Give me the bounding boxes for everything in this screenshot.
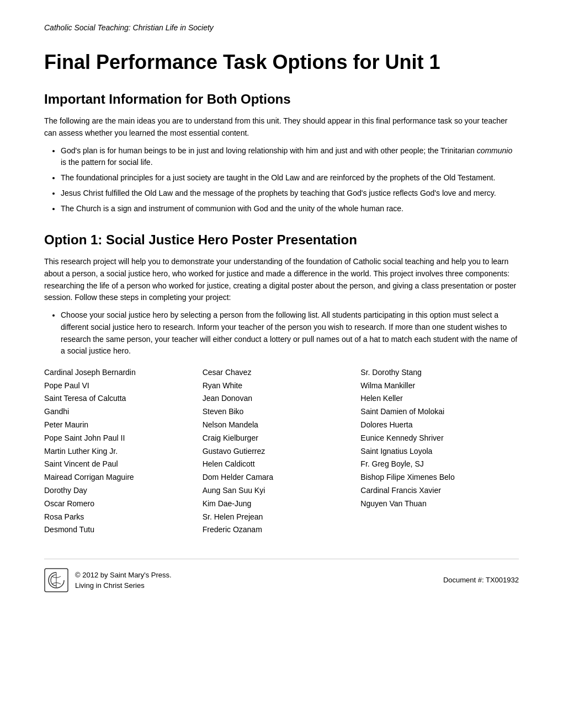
name-item: Eunice Kennedy Shriver — [360, 432, 519, 445]
names-col-1: Cardinal Joseph Bernardin Pope Paul VI S… — [44, 366, 203, 537]
name-item: Saint Vincent de Paul — [44, 458, 203, 471]
name-item: Craig Kielburger — [203, 432, 361, 445]
name-item: Dolores Huerta — [360, 419, 519, 432]
name-item: Pope Saint John Paul II — [44, 432, 203, 445]
name-item: Steven Biko — [203, 405, 361, 419]
footer-copyright: © 2012 by Saint Mary's Press. — [75, 570, 172, 581]
name-item: Saint Damien of Molokai — [360, 405, 519, 419]
name-item: Nguyen Van Thuan — [360, 497, 519, 511]
name-item: Saint Teresa of Calcutta — [44, 392, 203, 405]
name-item: Rosa Parks — [44, 511, 203, 524]
name-item: Nelson Mandela — [203, 419, 361, 432]
name-item: Ryan White — [203, 379, 361, 393]
bullet-choose: Choose your social justice hero by selec… — [61, 309, 519, 357]
names-table: Cardinal Joseph Bernardin Pope Paul VI S… — [44, 366, 519, 537]
name-item: Wilma Mankiller — [360, 379, 519, 393]
name-item: Dorothy Day — [44, 484, 203, 497]
name-item: Dom Helder Camara — [203, 471, 361, 484]
section1-intro: The following are the main ideas you are… — [44, 115, 519, 139]
name-item: Bishop Filipe Ximenes Belo — [360, 471, 519, 484]
name-item: Mairead Corrigan Maguire — [44, 471, 203, 484]
section-important-info: Important Information for Both Options T… — [44, 90, 519, 215]
section2-intro: This research project will help you to d… — [44, 256, 519, 304]
name-item: Gustavo Gutierrez — [203, 445, 361, 458]
bullet-item: The Church is a sign and instrument of c… — [61, 203, 519, 215]
name-item: Helen Caldicott — [203, 458, 361, 471]
name-item: Cesar Chavez — [203, 366, 361, 379]
name-item: Peter Maurin — [44, 419, 203, 432]
name-item: Kim Dae-Jung — [203, 497, 361, 511]
footer-copyright-block: © 2012 by Saint Mary's Press. Living in … — [75, 570, 172, 591]
page-footer: © 2012 by Saint Mary's Press. Living in … — [44, 559, 519, 592]
publisher-logo — [44, 568, 68, 592]
name-item: Aung San Suu Kyi — [203, 484, 361, 497]
names-col-3: Sr. Dorothy Stang Wilma Mankiller Helen … — [360, 366, 519, 537]
names-col-2: Cesar Chavez Ryan White Jean Donovan Ste… — [203, 366, 361, 537]
footer-series: Living in Christ Series — [75, 580, 172, 591]
bullet-item: The foundational principles for a just s… — [61, 172, 519, 184]
section-option1: Option 1: Social Justice Hero Poster Pre… — [44, 231, 519, 537]
section2-bullets: Choose your social justice hero by selec… — [61, 309, 519, 357]
name-item: Desmond Tutu — [44, 523, 203, 537]
section1-title: Important Information for Both Options — [44, 90, 519, 108]
name-item: Martin Luther King Jr. — [44, 445, 203, 458]
name-item: Jean Donovan — [203, 392, 361, 405]
footer-document: Document #: TX001932 — [443, 575, 519, 586]
name-item: Cardinal Francis Xavier — [360, 484, 519, 497]
section1-bullets: God's plan is for human beings to be in … — [61, 145, 519, 215]
page-title: Final Performance Task Options for Unit … — [44, 50, 519, 74]
name-item: Sr. Helen Prejean — [203, 511, 361, 524]
name-item: Oscar Romero — [44, 497, 203, 511]
name-item: Helen Keller — [360, 392, 519, 405]
name-item: Pope Paul VI — [44, 379, 203, 393]
name-item: Frederic Ozanam — [203, 523, 361, 537]
bullet-item: Jesus Christ fulfilled the Old Law and t… — [61, 188, 519, 200]
bullet-item: God's plan is for human beings to be in … — [61, 145, 519, 169]
footer-left: © 2012 by Saint Mary's Press. Living in … — [44, 568, 172, 592]
name-item: Sr. Dorothy Stang — [360, 366, 519, 379]
name-item: Cardinal Joseph Bernardin — [44, 366, 203, 379]
page-subtitle: Catholic Social Teaching: Christian Life… — [44, 22, 519, 34]
section2-title: Option 1: Social Justice Hero Poster Pre… — [44, 231, 519, 248]
name-item: Saint Ignatius Loyola — [360, 445, 519, 458]
name-item: Gandhi — [44, 405, 203, 419]
name-item: Fr. Greg Boyle, SJ — [360, 458, 519, 471]
